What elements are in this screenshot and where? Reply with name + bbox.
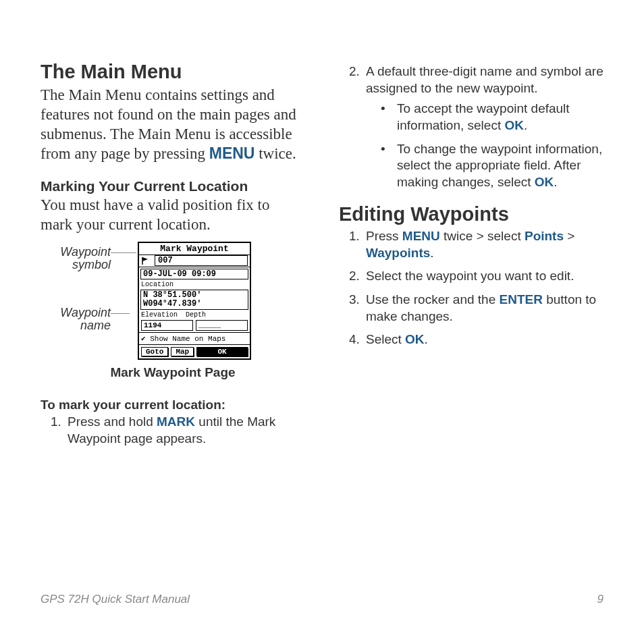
- heading-marking-location: Marking Your Current Location: [41, 178, 305, 194]
- keyword-points: Points: [525, 229, 564, 243]
- steps-continued: A default three-digit name and symbol ar…: [339, 63, 603, 191]
- left-column: The Main Menu The Main Menu contains set…: [41, 61, 305, 458]
- label-waypoint-name: Waypoint name: [41, 306, 111, 333]
- text: >: [564, 229, 574, 243]
- heading-editing-waypoints: Editing Waypoints: [339, 203, 603, 225]
- checkmark-icon: ✔: [141, 335, 146, 343]
- text: To change the waypoint information, sele…: [397, 142, 602, 189]
- steps-editing: Press MENU twice > select Points > Waypo…: [339, 228, 603, 348]
- figure-labels: Waypoint symbol Waypoint name: [41, 242, 111, 360]
- paragraph-main-menu: The Main Menu contains settings and feat…: [41, 86, 305, 164]
- device-elev-value: 1194: [141, 320, 193, 331]
- text: Use the rocker and the: [366, 292, 500, 306]
- device-location-label: Location: [139, 281, 250, 288]
- device-title: Mark Waypoint: [139, 243, 250, 255]
- device-elev-depth-labels: Elevation Depth: [139, 311, 250, 319]
- device-depth-value: _____: [196, 320, 248, 331]
- step-2: A default three-digit name and symbol ar…: [363, 63, 603, 191]
- figure-caption: Mark Waypoint Page: [41, 365, 305, 380]
- device-show-name-checkbox: ✔ Show Name on Maps: [139, 333, 250, 345]
- text: Press: [366, 229, 402, 243]
- text: .: [425, 332, 428, 346]
- device-elev-label: Elevation: [141, 311, 178, 319]
- keyword-ok: OK: [504, 118, 524, 132]
- text: .: [554, 175, 557, 189]
- edit-step-2: Select the waypoint you want to edit.: [363, 268, 603, 285]
- leader-line: [111, 313, 130, 314]
- keyword-enter: ENTER: [500, 292, 543, 306]
- keyword-menu: MENU: [402, 229, 440, 243]
- manual-page: The Main Menu The Main Menu contains set…: [0, 0, 644, 644]
- text: .: [430, 246, 433, 260]
- text: Select: [366, 332, 405, 346]
- waypoint-flag-icon: [141, 257, 151, 265]
- edit-step-3: Use the rocker and the ENTER button to m…: [363, 292, 603, 325]
- footer-page-number: 9: [597, 593, 603, 606]
- device-checkbox-label: Show Name on Maps: [150, 335, 225, 343]
- device-coords: N 38°51.500' W094°47.839': [140, 290, 248, 310]
- leader-line: [111, 252, 136, 253]
- page-footer: GPS 72H Quick Start Manual 9: [41, 593, 603, 606]
- keyword-waypoints: Waypoints: [366, 246, 430, 260]
- device-date: 09-JUL-09 09:09: [140, 269, 248, 279]
- svg-marker-0: [142, 257, 148, 261]
- edit-step-1: Press MENU twice > select Points > Waypo…: [363, 228, 603, 261]
- instruction-title: To mark your current location:: [41, 398, 305, 412]
- device-name-row: 007: [139, 255, 250, 267]
- device-screenshot: Mark Waypoint 007 09-JUL-09 09:09 Locati…: [138, 242, 251, 360]
- device-goto-button: Goto: [141, 347, 168, 356]
- text: .: [524, 118, 527, 132]
- step-1: Press and hold MARK until the Mark Waypo…: [65, 414, 305, 447]
- text: A default three-digit name and symbol ar…: [366, 64, 603, 95]
- edit-step-4: Select OK.: [363, 331, 603, 348]
- device-elev-depth-values: 1194 _____: [139, 319, 250, 333]
- keyword-ok: OK: [405, 332, 425, 346]
- heading-main-menu: The Main Menu: [41, 61, 305, 83]
- device-buttons: Goto Map OK: [139, 345, 250, 358]
- steps-mark-location: Press and hold MARK until the Mark Waypo…: [41, 414, 305, 447]
- device-waypoint-name: 007: [155, 255, 248, 266]
- text: Press and hold: [68, 414, 157, 429]
- figure-mark-waypoint: Waypoint symbol Waypoint name Mark Waypo…: [41, 242, 305, 360]
- keyword-ok: OK: [535, 175, 554, 189]
- bullet-accept: To accept the waypoint default informati…: [385, 101, 603, 134]
- two-column-layout: The Main Menu The Main Menu contains set…: [41, 61, 603, 458]
- keyword-menu: MENU: [209, 144, 255, 162]
- device-map-button: Map: [171, 347, 194, 356]
- keyword-mark: MARK: [157, 414, 195, 429]
- step-2-bullets: To accept the waypoint default informati…: [366, 101, 603, 190]
- device-lon: W094°47.839': [143, 300, 246, 308]
- device-depth-label: Depth: [186, 311, 206, 319]
- device-ok-button: OK: [196, 347, 248, 356]
- right-column: A default three-digit name and symbol ar…: [339, 61, 603, 458]
- text: To accept the waypoint default informati…: [397, 101, 570, 132]
- bullet-change: To change the waypoint information, sele…: [385, 141, 603, 191]
- label-waypoint-symbol: Waypoint symbol: [41, 246, 111, 273]
- paragraph-position-fix: You must have a valid position fix to ma…: [41, 196, 305, 235]
- device-lat: N 38°51.500': [143, 291, 246, 300]
- text: twice > select: [440, 229, 525, 243]
- footer-title: GPS 72H Quick Start Manual: [41, 593, 190, 606]
- text: twice.: [254, 145, 296, 162]
